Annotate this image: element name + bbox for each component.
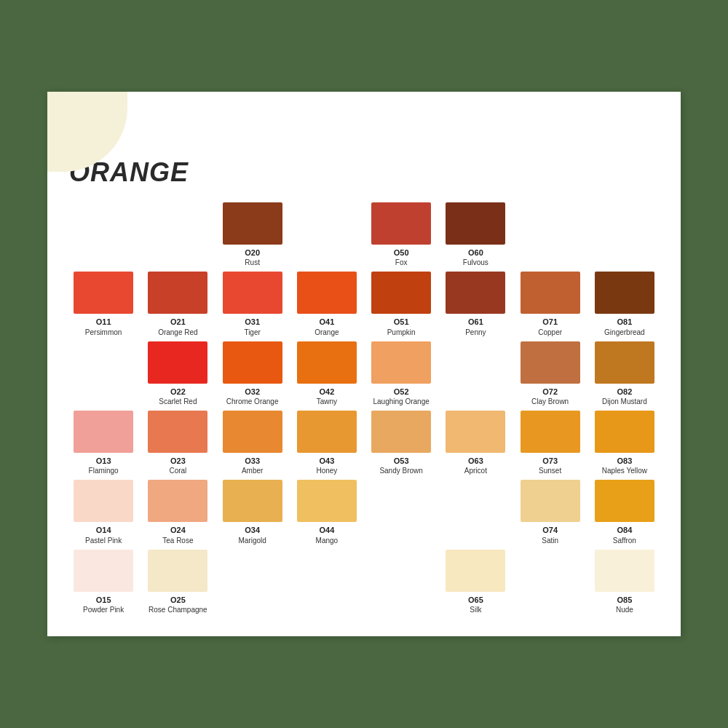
color-name: Fulvous: [463, 258, 488, 267]
color-swatch: [595, 411, 654, 453]
color-item: O24Tea Rose: [143, 480, 212, 545]
empty-cell: [148, 202, 207, 245]
color-item: O81Gingerbread: [590, 272, 659, 336]
color-swatch: [74, 480, 133, 522]
color-swatch: [297, 272, 357, 314]
color-swatch: [371, 202, 431, 245]
color-name: Fox: [395, 258, 408, 267]
color-item: [293, 550, 361, 614]
color-swatch: [521, 411, 580, 453]
empty-cell: [74, 341, 133, 384]
color-item: [367, 480, 435, 545]
color-item: O34Marigold: [218, 480, 287, 545]
color-swatch: [223, 202, 282, 245]
color-swatch: [521, 341, 580, 384]
color-item: O60Fulvous: [441, 202, 510, 267]
color-swatch: [446, 272, 505, 314]
color-item: O22Scarlet Red: [143, 341, 212, 406]
color-swatch: [371, 411, 431, 453]
color-code: O63: [468, 456, 483, 466]
color-item: O15Powder Pink: [69, 550, 138, 614]
color-code: O15: [96, 595, 111, 605]
color-item: O50Fox: [367, 202, 435, 267]
color-code: O61: [468, 317, 483, 327]
color-name: Scarlet Red: [159, 397, 197, 406]
color-item: O13Flamingo: [69, 411, 138, 475]
color-swatch: [148, 272, 207, 314]
color-code: O71: [542, 317, 558, 327]
color-item: O25Rose Champagne: [143, 550, 212, 614]
color-item: [441, 341, 510, 406]
color-name: Copper: [538, 328, 562, 337]
color-code: O73: [542, 456, 558, 466]
color-name: Mango: [316, 536, 339, 545]
color-swatch: [371, 272, 431, 314]
color-item: O72Clay Brown: [516, 341, 585, 406]
color-name: Saffron: [613, 536, 636, 545]
color-item: O61Penny: [441, 272, 510, 336]
color-code: O13: [96, 456, 111, 466]
color-item: [516, 550, 585, 614]
color-code: O65: [468, 595, 483, 605]
color-swatch: [297, 411, 357, 453]
color-code: O72: [542, 387, 558, 397]
color-item: O83Naples Yellow: [590, 411, 659, 475]
color-item: O53Sandy Brown: [367, 411, 435, 475]
color-name: Coral: [169, 466, 186, 475]
empty-cell: [297, 550, 357, 592]
color-swatch: [223, 341, 282, 384]
color-item: O21Orange Red: [143, 272, 212, 336]
color-item: O65Silk: [441, 550, 510, 614]
color-item: O71Copper: [516, 272, 585, 336]
color-code: O11: [96, 317, 111, 327]
color-swatch: [371, 341, 431, 384]
color-code: O14: [96, 525, 111, 535]
color-code: O83: [617, 456, 632, 466]
empty-cell: [297, 202, 357, 245]
color-item: [367, 550, 435, 614]
color-code: O74: [542, 525, 558, 535]
empty-cell: [446, 480, 505, 522]
color-code: O31: [245, 317, 260, 327]
color-item: O82Dijon Mustard: [590, 341, 659, 406]
color-code: O52: [394, 387, 409, 397]
color-swatch: [74, 550, 133, 592]
color-code: O24: [170, 525, 186, 535]
color-name: Tea Rose: [162, 536, 193, 545]
color-item: O44Mango: [293, 480, 361, 545]
color-name: Rust: [245, 258, 260, 267]
color-item: O14Pastel Pink: [69, 480, 138, 545]
color-name: Gingerbread: [604, 328, 645, 337]
color-name: Tawny: [317, 397, 337, 406]
color-code: O21: [170, 317, 186, 327]
color-name: Penny: [465, 328, 486, 337]
color-code: O51: [394, 317, 409, 327]
color-item: [293, 202, 361, 267]
color-item: O85Nude: [590, 550, 659, 614]
color-item: O42Tawny: [293, 341, 361, 406]
color-item: [441, 480, 510, 545]
empty-cell: [74, 202, 133, 245]
color-code: O34: [245, 525, 260, 535]
color-code: O22: [170, 387, 186, 397]
color-name: Orange Red: [158, 328, 197, 337]
color-swatch: [148, 480, 207, 522]
color-item: O31Tiger: [218, 272, 287, 336]
color-item: [590, 202, 659, 267]
color-swatch: [595, 480, 654, 522]
color-item: O73Sunset: [516, 411, 585, 475]
color-code: O43: [319, 456, 334, 466]
color-name: Sunset: [539, 466, 561, 475]
color-code: O42: [319, 387, 334, 397]
color-swatch: [595, 341, 654, 384]
color-name: Persimmon: [85, 328, 122, 337]
color-item: O33Amber: [218, 411, 287, 475]
color-name: Rose Champagne: [149, 605, 207, 614]
color-name: Satin: [542, 536, 558, 545]
color-name: Flamingo: [89, 466, 119, 475]
empty-cell: [371, 550, 431, 592]
color-item: O74Satin: [516, 480, 585, 545]
color-code: O41: [319, 317, 334, 327]
color-chart-card: ORANGE O20RustO50FoxO60FulvousO11Persimm…: [47, 92, 681, 636]
empty-cell: [521, 550, 580, 592]
